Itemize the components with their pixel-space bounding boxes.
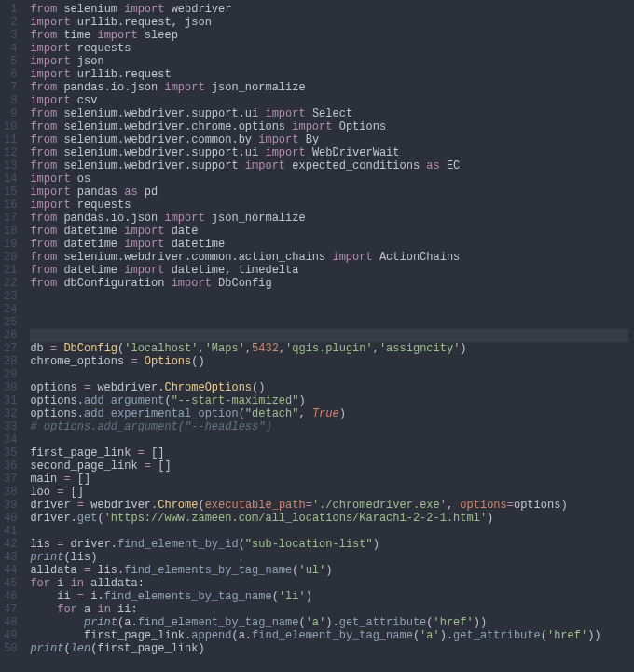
code-line[interactable] [30, 329, 628, 342]
code-line[interactable]: print(lis) [30, 551, 628, 564]
line-number: 1 [4, 3, 17, 16]
code-line[interactable]: options.add_experimental_option("detach"… [30, 407, 628, 420]
code-line[interactable] [30, 525, 628, 538]
line-number: 25 [4, 316, 17, 329]
code-line[interactable]: import requests [30, 42, 628, 55]
line-number: 13 [4, 159, 17, 172]
code-line[interactable]: from dbConfiguration import DbConfig [30, 277, 628, 290]
line-number: 6 [4, 68, 17, 81]
line-number: 39 [4, 499, 17, 512]
code-line[interactable]: from selenium.webdriver.common.action_ch… [30, 251, 628, 264]
code-line[interactable]: first_page_link = [] [30, 446, 628, 459]
line-number: 42 [4, 538, 17, 551]
code-line[interactable]: from time import sleep [30, 29, 628, 42]
line-number: 35 [4, 446, 17, 459]
code-line[interactable]: alldata = lis.find_elements_by_tag_name(… [30, 564, 628, 577]
code-line[interactable]: from selenium import webdriver [30, 3, 628, 16]
code-line[interactable]: import csv [30, 94, 628, 107]
code-line[interactable] [30, 290, 628, 303]
line-number: 49 [4, 629, 17, 642]
line-number: 19 [4, 238, 17, 251]
line-number: 3 [4, 29, 17, 42]
line-number: 21 [4, 264, 17, 277]
code-line[interactable]: import pandas as pd [30, 185, 628, 199]
code-line[interactable] [30, 303, 628, 316]
code-line[interactable]: for i in alldata: [30, 577, 628, 590]
line-number: 20 [4, 251, 17, 264]
code-line[interactable]: # options.add_argument("--headless") [30, 420, 628, 433]
code-line[interactable]: import json [30, 55, 628, 68]
code-line[interactable]: from datetime import date [30, 225, 628, 238]
code-line[interactable]: driver = webdriver.Chrome(executable_pat… [30, 499, 628, 512]
line-number: 22 [4, 277, 17, 290]
line-number: 18 [4, 225, 17, 238]
line-number: 9 [4, 107, 17, 120]
code-line[interactable]: import os [30, 172, 628, 185]
code-line[interactable] [30, 433, 628, 446]
code-line[interactable]: first_page_link.append(a.find_element_by… [30, 629, 628, 642]
line-number: 16 [4, 199, 17, 212]
code-editor[interactable]: 1234567891011121314151617181920212223242… [0, 0, 634, 658]
code-line[interactable] [30, 368, 628, 381]
line-number: 38 [4, 486, 17, 499]
line-number: 31 [4, 394, 17, 407]
code-area[interactable]: from selenium import webdriverimport url… [24, 0, 634, 658]
line-number: 12 [4, 146, 17, 159]
code-line[interactable]: loo = [] [30, 486, 628, 499]
code-line[interactable]: from selenium.webdriver.common.by import… [30, 133, 628, 146]
code-line[interactable]: options = webdriver.ChromeOptions() [30, 381, 628, 394]
code-line[interactable]: from selenium.webdriver.support.ui impor… [30, 107, 628, 120]
code-line[interactable]: main = [] [30, 473, 628, 486]
line-number: 40 [4, 512, 17, 525]
code-line[interactable]: from datetime import datetime [30, 238, 628, 251]
line-number: 37 [4, 473, 17, 486]
line-number: 48 [4, 616, 17, 629]
line-number: 8 [4, 94, 17, 107]
line-number: 50 [4, 642, 17, 655]
line-number: 43 [4, 551, 17, 564]
line-number: 32 [4, 407, 17, 420]
code-line[interactable] [30, 316, 628, 329]
line-number: 26 [4, 329, 17, 342]
code-line[interactable]: from selenium.webdriver.support import e… [30, 159, 628, 172]
code-line[interactable]: import requests [30, 199, 628, 212]
code-line[interactable]: second_page_link = [] [30, 459, 628, 473]
code-line[interactable]: ii = i.find_elements_by_tag_name('li') [30, 590, 628, 603]
line-number: 45 [4, 577, 17, 590]
line-number: 2 [4, 16, 17, 29]
line-number: 41 [4, 525, 17, 538]
line-number: 36 [4, 459, 17, 473]
line-number: 10 [4, 120, 17, 133]
code-line[interactable]: from selenium.webdriver.chrome.options i… [30, 120, 628, 133]
code-line[interactable]: chrome_options = Options() [30, 355, 628, 368]
line-number: 30 [4, 381, 17, 394]
line-number: 29 [4, 368, 17, 381]
line-gutter: 1234567891011121314151617181920212223242… [0, 0, 24, 658]
line-number: 11 [4, 133, 17, 146]
line-number: 4 [4, 42, 17, 55]
line-number: 15 [4, 185, 17, 199]
line-number: 17 [4, 212, 17, 225]
code-line[interactable]: lis = driver.find_element_by_id("sub-loc… [30, 538, 628, 551]
code-line[interactable]: import urllib.request [30, 68, 628, 81]
code-line[interactable]: from selenium.webdriver.support.ui impor… [30, 146, 628, 159]
line-number: 28 [4, 355, 17, 368]
code-line[interactable]: driver.get('https://www.zameen.com/all_l… [30, 512, 628, 525]
line-number: 46 [4, 590, 17, 603]
line-number: 7 [4, 81, 17, 94]
code-line[interactable]: from pandas.io.json import json_normaliz… [30, 81, 628, 94]
code-line[interactable]: db = DbConfig('localhost','Maps',5432,'q… [30, 342, 628, 355]
line-number: 5 [4, 55, 17, 68]
code-line[interactable]: from pandas.io.json import json_normaliz… [30, 212, 628, 225]
code-line[interactable]: print(a.find_element_by_tag_name('a').ge… [30, 616, 628, 629]
code-line[interactable]: for a in ii: [30, 603, 628, 616]
line-number: 27 [4, 342, 17, 355]
line-number: 44 [4, 564, 17, 577]
line-number: 47 [4, 603, 17, 616]
line-number: 33 [4, 420, 17, 433]
code-line[interactable]: options.add_argument("--start-maximized"… [30, 394, 628, 407]
code-line[interactable]: from datetime import datetime, timedelta [30, 264, 628, 277]
code-line[interactable]: print(len(first_page_link) [30, 642, 628, 655]
code-line[interactable]: import urllib.request, json [30, 16, 628, 29]
line-number: 14 [4, 172, 17, 185]
